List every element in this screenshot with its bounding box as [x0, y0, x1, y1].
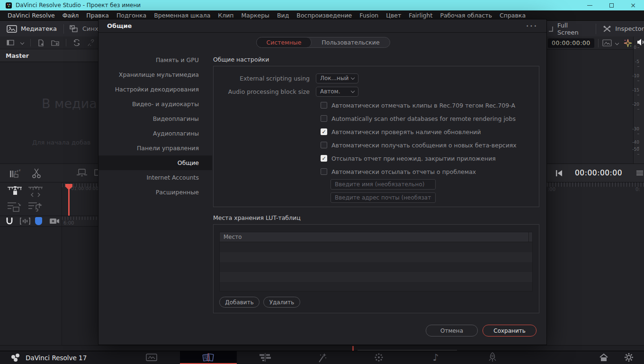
- app-logo-icon: [6, 2, 12, 9]
- sidebar-item-video-audio-io[interactable]: Видео- и аудиокарты: [98, 97, 212, 111]
- checkbox-row-scan-databases[interactable]: Automatically scan other databases for r…: [321, 114, 516, 123]
- checkbox-beta-news[interactable]: [321, 142, 327, 148]
- lut-table-row[interactable]: [220, 272, 532, 282]
- checkbox-scan-databases[interactable]: [321, 115, 327, 122]
- checkbox-row-check-updates[interactable]: Автоматически проверять наличие обновлен…: [321, 127, 481, 136]
- lut-table-scrollbar[interactable]: [528, 232, 532, 242]
- home-button[interactable]: [590, 351, 618, 363]
- split-clip-icon[interactable]: [31, 168, 42, 179]
- audio-trim-icon[interactable]: [20, 218, 30, 225]
- view-options-chevron-icon[interactable]: [20, 41, 24, 45]
- unlink-media-icon[interactable]: [87, 39, 95, 46]
- trim-lock-tool[interactable]: [6, 185, 24, 198]
- checkbox-row-rec709-tag[interactable]: Автоматически отмечать клипы в Rec.709 т…: [321, 100, 515, 110]
- checkbox-label: Отсылать отчет при неожид. закрытии прил…: [331, 155, 496, 162]
- tab-system[interactable]: Системные: [257, 37, 312, 47]
- sidebar-item-media-storage[interactable]: Хранилище мультимедиа: [98, 67, 212, 82]
- import-media-icon[interactable]: [37, 39, 45, 46]
- cancel-button[interactable]: Отмена: [426, 325, 478, 337]
- page-fairlight-button[interactable]: ♪: [407, 351, 464, 363]
- menu-fairlight[interactable]: Fairlight: [405, 12, 436, 19]
- menu-color[interactable]: Цвет: [382, 12, 405, 19]
- inspector-button[interactable]: Inspector: [615, 25, 644, 32]
- timeline-options-icon[interactable]: [636, 170, 643, 176]
- menu-timeline[interactable]: Временная шкала: [150, 12, 214, 19]
- checkbox-rec709-tag[interactable]: [321, 102, 327, 109]
- timeline-scroll-strip[interactable]: [0, 345, 644, 351]
- menu-clip[interactable]: Клип: [214, 12, 237, 19]
- transport-timecode[interactable]: 00:00:00:00: [575, 169, 622, 177]
- menu-davinci-resolve[interactable]: DaVinci Resolve: [4, 12, 59, 19]
- sidebar-item-video-plugins[interactable]: Видеоплагины: [98, 111, 212, 126]
- sidebar-item-decode-options[interactable]: Настройки декодирования: [98, 82, 212, 97]
- email-input[interactable]: [331, 192, 436, 203]
- multicam-monitor-icon[interactable]: [76, 168, 88, 179]
- external-scripting-dropdown[interactable]: Лок...ный: [316, 73, 358, 83]
- dialog-more-button[interactable]: •••: [526, 24, 538, 28]
- name-input[interactable]: [331, 179, 436, 190]
- lut-add-button[interactable]: Добавить: [219, 297, 259, 308]
- sidebar-item-control-panels[interactable]: Панели управления: [98, 141, 212, 155]
- save-button[interactable]: Сохранить: [483, 325, 537, 337]
- viewer-timecode[interactable]: 00:00:00:00: [548, 38, 594, 48]
- sidebar-item-advanced[interactable]: Расширенные: [98, 185, 212, 200]
- menu-file[interactable]: Файл: [59, 12, 83, 19]
- resolve-fx-icon[interactable]: [623, 38, 633, 48]
- sleep-clips-icon[interactable]: zzz: [9, 169, 23, 178]
- checkbox-problem-reports[interactable]: [321, 168, 327, 175]
- sidebar-item-internet-accounts[interactable]: Internet Accounts: [98, 170, 212, 185]
- page-deliver-button[interactable]: [464, 351, 521, 363]
- minimize-button[interactable]: [579, 0, 600, 10]
- menu-markers[interactable]: Маркеры: [238, 12, 273, 19]
- menu-workspace[interactable]: Рабочая область: [436, 12, 496, 19]
- page-fusion-button[interactable]: [294, 351, 350, 363]
- sidebar-item-memory-gpu[interactable]: Память и GPU: [98, 53, 212, 67]
- tab-user[interactable]: Пользовательские: [312, 37, 390, 47]
- maximize-button[interactable]: [600, 0, 622, 10]
- insert-clip-tool[interactable]: [6, 200, 24, 213]
- right-timeline-ruler[interactable]: [547, 182, 644, 187]
- fullscreen-button[interactable]: Full Screen: [557, 22, 589, 36]
- page-cut-button[interactable]: [180, 351, 237, 363]
- checkbox-crash-report[interactable]: [321, 155, 327, 162]
- close-button[interactable]: ×: [622, 0, 644, 10]
- sidebar-item-audio-plugins[interactable]: Аудиоплагины: [98, 126, 212, 141]
- lut-table-header[interactable]: Место: [220, 232, 532, 242]
- lut-table-row[interactable]: [220, 262, 532, 272]
- menu-help[interactable]: Справка: [496, 12, 529, 19]
- lut-table-row[interactable]: [220, 282, 532, 292]
- checkbox-row-problem-reports[interactable]: Автоматически отсылать отчеты о проблема…: [321, 167, 476, 176]
- page-color-button[interactable]: [350, 351, 407, 363]
- menu-fusion[interactable]: Fusion: [356, 12, 382, 19]
- menu-view[interactable]: Вид: [273, 12, 293, 19]
- sync-bin-tab[interactable]: Синх: [82, 25, 98, 32]
- page-edit-button[interactable]: [237, 351, 294, 363]
- page-media-button[interactable]: [123, 351, 180, 363]
- trim-edit-tool[interactable]: [27, 185, 45, 198]
- media-pool-tab[interactable]: Медиатека: [21, 25, 57, 32]
- lut-table-row[interactable]: [220, 252, 532, 262]
- go-to-start-icon[interactable]: [555, 170, 563, 177]
- media-view-icon[interactable]: [602, 39, 612, 46]
- menu-trim[interactable]: Подгонка: [113, 12, 150, 19]
- checkbox-row-beta-news[interactable]: Автоматически получать сообщения о новых…: [321, 140, 517, 150]
- flag-marker-icon[interactable]: [35, 217, 42, 225]
- checkbox-row-crash-report[interactable]: Отсылать отчет при неожид. закрытии прил…: [321, 154, 496, 163]
- bin-list-view-icon[interactable]: [7, 40, 14, 46]
- checkbox-check-updates[interactable]: [321, 128, 327, 135]
- import-folder-icon[interactable]: [51, 39, 59, 46]
- lut-remove-button[interactable]: Удалить: [263, 297, 300, 308]
- lut-table-row[interactable]: [220, 242, 532, 252]
- relink-media-icon[interactable]: [73, 39, 80, 46]
- audio-block-size-dropdown[interactable]: Автом.: [316, 87, 358, 97]
- menu-playback[interactable]: Воспроизведение: [293, 12, 356, 19]
- settings-gear-button[interactable]: [616, 351, 642, 363]
- sidebar-item-general[interactable]: Общие: [98, 155, 212, 170]
- insert-audio-tool[interactable]: [27, 200, 45, 213]
- playhead-line[interactable]: [68, 189, 70, 216]
- menu-edit[interactable]: Правка: [82, 12, 113, 19]
- snapping-magnet-icon[interactable]: [5, 217, 14, 226]
- view-mode-chevron-icon[interactable]: [615, 41, 619, 45]
- bin-header-row[interactable]: Master: [0, 49, 98, 62]
- camera-add-icon[interactable]: [49, 218, 60, 224]
